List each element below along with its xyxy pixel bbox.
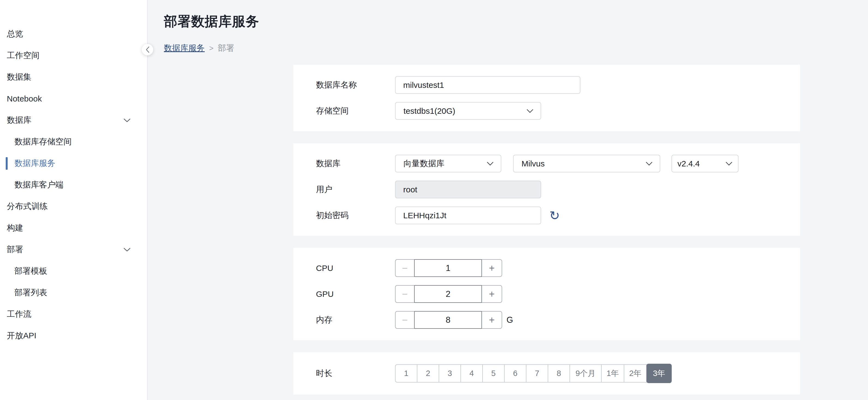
storage-row: 存储空间 testdbs1(20G) (293, 102, 800, 120)
gpu-value-input[interactable] (414, 285, 482, 303)
chevron-down-icon (123, 118, 131, 122)
page-title: 部署数据库服务 (164, 12, 868, 31)
duration-option-1-year[interactable]: 1年 (601, 364, 624, 382)
duration-option-9-months[interactable]: 9个月 (569, 364, 602, 382)
sidebar: 总览 工作空间 数据集 Notebook 数据库 数据库存储空间 数据库服务 数… (0, 0, 148, 400)
database-version-select[interactable]: v2.4.4 (672, 155, 739, 172)
gpu-stepper: − + (395, 285, 502, 303)
database-row: 数据库 向量数据库 Milvus v2.4.4 (293, 155, 800, 172)
duration-option-6[interactable]: 6 (504, 364, 526, 382)
duration-option-3[interactable]: 3 (439, 364, 461, 382)
cpu-row: CPU − + (293, 259, 800, 277)
user-row: 用户 (293, 181, 800, 198)
sidebar-item-label: 数据库客户端 (14, 179, 64, 191)
user-input (395, 181, 541, 198)
sidebar-item-label: 开放API (7, 330, 36, 341)
sidebar-item-label: 工作流 (7, 309, 31, 320)
breadcrumb-separator: > (209, 44, 213, 53)
duration-option-4[interactable]: 4 (460, 364, 483, 382)
sidebar-item-notebook[interactable]: Notebook (0, 88, 147, 109)
chevron-down-icon (123, 248, 131, 252)
sidebar-item-distributed-training[interactable]: 分布式训练 (0, 196, 147, 217)
sidebar-item-label: 数据库服务 (14, 158, 55, 169)
main-content: 部署数据库服务 数据库服务 > 部署 数据库名称 存储空间 testdbs1(2… (148, 0, 868, 400)
duration-option-2[interactable]: 2 (417, 364, 439, 382)
refresh-icon[interactable]: ↻ (549, 209, 560, 222)
database-type-select[interactable]: 向量数据库 (395, 155, 501, 172)
cpu-increase-button[interactable]: + (482, 260, 502, 277)
database-type-value: 向量数据库 (403, 158, 444, 169)
sidebar-item-db-storage[interactable]: 数据库存储空间 (0, 131, 147, 152)
database-engine-select[interactable]: Milvus (513, 155, 660, 172)
sidebar-nav: 总览 工作空间 数据集 Notebook 数据库 数据库存储空间 数据库服务 数… (0, 23, 147, 346)
duration-option-7[interactable]: 7 (526, 364, 548, 382)
breadcrumb-link-db-service[interactable]: 数据库服务 (164, 42, 205, 54)
cpu-label: CPU (293, 263, 395, 273)
db-name-input[interactable] (395, 76, 580, 94)
duration-option-2-years[interactable]: 2年 (624, 364, 647, 382)
cpu-decrease-button[interactable]: − (396, 260, 414, 277)
sidebar-item-workspace[interactable]: 工作空间 (0, 45, 147, 66)
db-name-row: 数据库名称 (293, 76, 800, 94)
sidebar-item-overview[interactable]: 总览 (0, 23, 147, 45)
sidebar-item-db-client[interactable]: 数据库客户端 (0, 174, 147, 196)
duration-option-1[interactable]: 1 (395, 364, 417, 382)
database-engine-value: Milvus (522, 159, 545, 168)
breadcrumb-current: 部署 (218, 42, 234, 54)
memory-row: 内存 − + G (293, 311, 800, 329)
duration-segmented-control: 1 2 3 4 5 6 7 8 9个月 1年 2年 3年 (395, 364, 672, 383)
user-label: 用户 (293, 184, 395, 195)
sidebar-item-label: 工作空间 (7, 50, 39, 61)
sidebar-item-build[interactable]: 构建 (0, 217, 147, 239)
chevron-down-icon (487, 162, 494, 166)
database-version-value: v2.4.4 (677, 159, 700, 168)
sidebar-item-dataset[interactable]: 数据集 (0, 66, 147, 88)
chevron-down-icon (725, 162, 733, 166)
sidebar-group-database[interactable]: 数据库 (0, 109, 147, 131)
gpu-decrease-button[interactable]: − (396, 286, 414, 302)
card-database: 数据库 向量数据库 Milvus v2.4.4 (293, 143, 800, 236)
sidebar-item-deploy-list[interactable]: 部署列表 (0, 282, 147, 304)
password-input[interactable] (395, 206, 541, 224)
sidebar-item-label: 数据库 (7, 115, 31, 126)
duration-option-3-years[interactable]: 3年 (646, 364, 672, 383)
breadcrumb: 数据库服务 > 部署 (164, 42, 868, 54)
duration-label: 时长 (293, 368, 395, 379)
password-label: 初始密码 (293, 210, 395, 221)
sidebar-item-label: 部署模板 (14, 265, 47, 277)
sidebar-item-deploy-template[interactable]: 部署模板 (0, 260, 147, 282)
duration-option-5[interactable]: 5 (482, 364, 505, 382)
storage-select-value: testdbs1(20G) (403, 107, 455, 116)
duration-option-8[interactable]: 8 (548, 364, 570, 382)
sidebar-group-deploy[interactable]: 部署 (0, 239, 147, 260)
sidebar-item-label: 分布式训练 (7, 201, 48, 212)
card-duration: 时长 1 2 3 4 5 6 7 8 9个月 1年 2年 3年 (293, 352, 800, 395)
sidebar-item-label: 部署 (7, 244, 23, 255)
app: 总览 工作空间 数据集 Notebook 数据库 数据库存储空间 数据库服务 数… (0, 0, 868, 400)
sidebar-item-label: Notebook (7, 94, 42, 104)
deploy-form: 数据库名称 存储空间 testdbs1(20G) 数据库 (293, 65, 800, 395)
sidebar-collapse-button[interactable] (142, 44, 153, 55)
memory-unit-label: G (506, 315, 513, 325)
chevron-down-icon (526, 109, 533, 113)
sidebar-item-label: 部署列表 (14, 287, 47, 298)
gpu-increase-button[interactable]: + (482, 286, 502, 302)
duration-row: 时长 1 2 3 4 5 6 7 8 9个月 1年 2年 3年 (293, 364, 800, 383)
storage-select[interactable]: testdbs1(20G) (395, 102, 541, 120)
sidebar-item-label: 数据库存储空间 (14, 136, 72, 147)
card-resources: CPU − + GPU − + 内存 (293, 248, 800, 340)
sidebar-item-label: 数据集 (7, 72, 31, 83)
sidebar-item-open-api[interactable]: 开放API (0, 325, 147, 346)
sidebar-item-db-service[interactable]: 数据库服务 (0, 152, 147, 174)
memory-increase-button[interactable]: + (482, 312, 502, 328)
sidebar-item-workflow[interactable]: 工作流 (0, 304, 147, 325)
gpu-row: GPU − + (293, 285, 800, 303)
memory-label: 内存 (293, 314, 395, 325)
sidebar-item-label: 总览 (7, 28, 23, 39)
cpu-value-input[interactable] (414, 259, 482, 277)
sidebar-item-label: 构建 (7, 222, 23, 234)
cpu-stepper: − + (395, 259, 502, 277)
storage-label: 存储空间 (293, 105, 395, 116)
memory-value-input[interactable] (414, 311, 482, 329)
memory-decrease-button[interactable]: − (396, 312, 414, 328)
